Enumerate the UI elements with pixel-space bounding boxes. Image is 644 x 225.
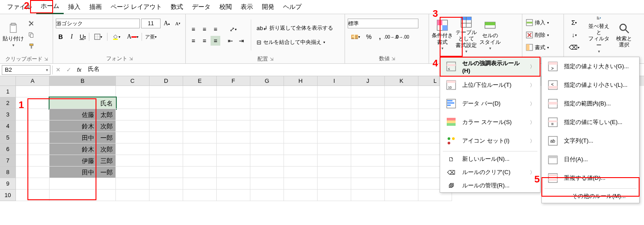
- tab-formulas[interactable]: 数式: [166, 0, 188, 14]
- font-launcher-icon[interactable]: ⇲: [129, 56, 133, 61]
- cell-B1[interactable]: [50, 86, 116, 97]
- borders-button[interactable]: ▾: [91, 32, 106, 42]
- font-size-select[interactable]: [141, 19, 161, 28]
- bold-button[interactable]: B: [56, 32, 65, 42]
- number-format-select[interactable]: [348, 19, 418, 28]
- row-header-9[interactable]: 9: [0, 178, 16, 190]
- col-header-B[interactable]: B: [50, 76, 116, 86]
- tab-draw[interactable]: 描画: [85, 0, 106, 14]
- date-occurring-item[interactable]: 日付(A)...: [542, 150, 639, 169]
- cell-A1[interactable]: [16, 86, 50, 97]
- sort-filter-button[interactable]: 並べ替えと フィルター ▾: [586, 16, 612, 54]
- underline-button[interactable]: U▾: [78, 32, 88, 42]
- insert-cells-button[interactable]: 挿入 ▾: [525, 18, 550, 27]
- italic-button[interactable]: I: [67, 32, 77, 42]
- row-header-3[interactable]: 3: [0, 109, 16, 120]
- col-header-A[interactable]: A: [16, 76, 50, 86]
- col-header-I[interactable]: I: [318, 76, 351, 86]
- orientation-button[interactable]: ⤢▾: [226, 24, 241, 34]
- align-right-button[interactable]: ≡: [211, 36, 220, 46]
- between-item[interactable]: 指定の範囲内(B)...: [542, 94, 639, 113]
- font-color-button[interactable]: A▾: [125, 32, 140, 42]
- col-header-C[interactable]: C: [116, 76, 150, 86]
- align-top-button[interactable]: ≡: [188, 24, 198, 34]
- format-as-table-button[interactable]: テーブルとして 書式設定 ▾: [456, 16, 477, 54]
- fx-button[interactable]: fx: [74, 66, 84, 73]
- top-bottom-rules-item[interactable]: 10 上位/下位ルール(T)〉: [440, 76, 540, 94]
- fill-color-button[interactable]: ▾: [109, 32, 124, 42]
- more-rules-item[interactable]: その他のルール(M)...: [542, 190, 639, 203]
- name-box[interactable]: B2▾: [2, 65, 50, 75]
- decrease-indent-button[interactable]: ⇤: [226, 36, 235, 46]
- cell-B8[interactable]: 田中 一郎: [50, 167, 116, 178]
- comma-button[interactable]: ,: [375, 32, 385, 42]
- col-header-K[interactable]: K: [385, 76, 418, 86]
- select-all-corner[interactable]: [0, 76, 16, 86]
- align-middle-button[interactable]: ≡: [199, 24, 209, 34]
- fill-button[interactable]: ↓▾: [567, 30, 582, 40]
- tab-insert[interactable]: 挿入: [64, 0, 85, 14]
- number-launcher-icon[interactable]: ⇲: [391, 56, 395, 61]
- decrease-font-button[interactable]: A▾: [173, 19, 183, 28]
- wrap-text-button[interactable]: ab↲折り返して全体を表示する: [256, 23, 334, 33]
- icon-sets-item[interactable]: アイコン セット(I)〉: [440, 132, 540, 150]
- decrease-decimal-button[interactable]: .0→.00: [397, 32, 407, 42]
- clear-rules-item[interactable]: ⌫ ルールのクリア(C)〉: [440, 166, 540, 179]
- tab-home[interactable]: ホーム: [36, 0, 64, 14]
- paste-button[interactable]: 貼り付け ▾: [3, 16, 24, 54]
- increase-decimal-button[interactable]: .00→.0: [386, 32, 396, 42]
- cell-B4[interactable]: 鈴木 次郎: [50, 120, 116, 132]
- duplicate-values-item[interactable]: 重複する値(D)...: [542, 169, 639, 187]
- cell-B5[interactable]: 田中 一郎: [50, 132, 116, 144]
- font-name-select[interactable]: [56, 19, 140, 28]
- clear-button[interactable]: ⌫▾: [567, 43, 582, 52]
- increase-font-button[interactable]: A▴: [162, 19, 172, 28]
- row-header-6[interactable]: 6: [0, 144, 16, 155]
- tab-help[interactable]: ヘルプ: [279, 0, 306, 14]
- greater-than-item[interactable]: > 指定の値より大きい(G)...: [542, 57, 639, 76]
- merge-center-button[interactable]: ⊟セルを結合して中央揃え ▾: [256, 37, 334, 47]
- manage-rules-item[interactable]: 🗊 ルールの管理(R)...: [440, 179, 540, 192]
- row-header-7[interactable]: 7: [0, 155, 16, 167]
- format-painter-button[interactable]: [27, 42, 36, 51]
- highlight-rules-item[interactable]: ≤ セルの強調表示ルール(H)〉: [440, 57, 540, 76]
- clipboard-launcher-icon[interactable]: ⇲: [44, 57, 48, 62]
- color-scales-item[interactable]: カラー スケール(S)〉: [440, 113, 540, 132]
- align-center-button[interactable]: ≡: [199, 36, 209, 46]
- cut-button[interactable]: [27, 19, 36, 28]
- row-header-2[interactable]: 2: [0, 97, 16, 109]
- col-header-J[interactable]: J: [351, 76, 385, 86]
- row-header-10[interactable]: 10: [0, 190, 16, 201]
- tab-page-layout[interactable]: ページ レイアウト: [106, 0, 166, 14]
- cell-B6[interactable]: 鈴木 次郎: [50, 144, 116, 155]
- cell-styles-button[interactable]: セルの スタイル ▾: [479, 16, 501, 54]
- equal-to-item[interactable]: = 指定の値に等しい(E)...: [542, 113, 639, 132]
- row-header-8[interactable]: 8: [0, 167, 16, 178]
- text-contains-item[interactable]: ab 文字列(T)...: [542, 132, 639, 150]
- accounting-button[interactable]: 💴▾: [348, 32, 363, 42]
- less-than-item[interactable]: < 指定の値より小さい(L)...: [542, 76, 639, 94]
- data-bars-item[interactable]: データ バー(D)〉: [440, 94, 540, 113]
- cancel-formula-button[interactable]: ✕: [53, 66, 63, 73]
- delete-cells-button[interactable]: 削除 ▾: [525, 30, 550, 40]
- tab-view[interactable]: 表示: [236, 0, 257, 14]
- cell-B3[interactable]: 佐藤 太郎: [50, 109, 116, 120]
- tab-developer[interactable]: 開発: [257, 0, 279, 14]
- new-rule-item[interactable]: 🗋 新しいルール(N)...: [440, 152, 540, 166]
- enter-formula-button[interactable]: ✓: [63, 66, 74, 73]
- row-header-1[interactable]: 1: [0, 86, 16, 97]
- cell-B7[interactable]: 伊藤 三郎: [50, 155, 116, 167]
- increase-indent-button[interactable]: ⇥: [237, 36, 246, 46]
- cell-B2[interactable]: 氏名: [50, 97, 116, 109]
- autosum-button[interactable]: Σ▾: [567, 18, 582, 27]
- align-bottom-button[interactable]: ≡: [211, 24, 220, 34]
- col-header-F[interactable]: F: [217, 76, 250, 86]
- row-header-4[interactable]: 4: [0, 120, 16, 132]
- conditional-formatting-button[interactable]: 条件付き 書式 ▾: [432, 16, 453, 54]
- col-header-D[interactable]: D: [150, 76, 183, 86]
- copy-button[interactable]: [27, 30, 36, 40]
- tab-data[interactable]: データ: [188, 0, 215, 14]
- tab-file[interactable]: ファイル: [3, 0, 36, 14]
- phonetic-button[interactable]: ア亜▾: [143, 32, 158, 42]
- align-left-button[interactable]: ≡: [188, 36, 198, 46]
